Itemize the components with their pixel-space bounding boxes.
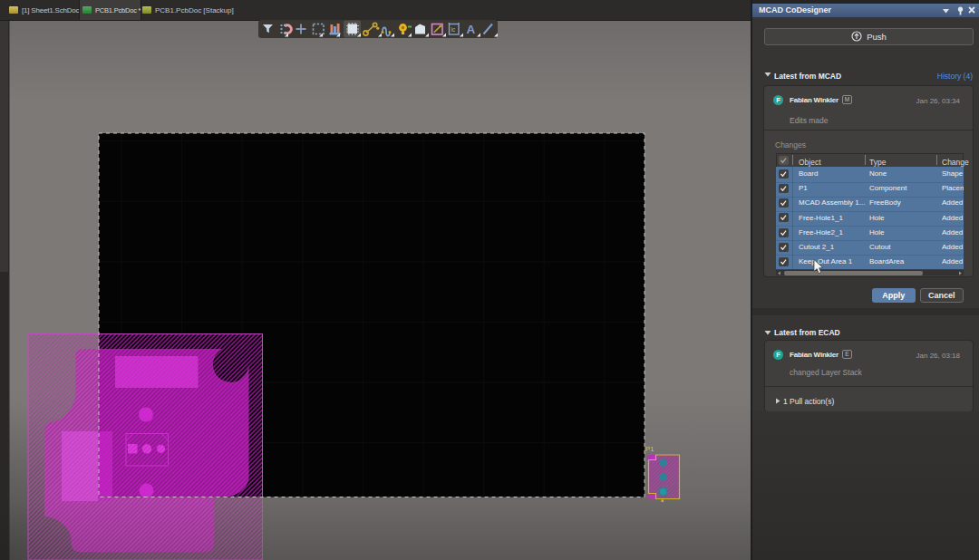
svg-text:A: A	[467, 23, 476, 36]
svg-text:ic: ic	[451, 26, 456, 33]
svg-text:P1: P1	[645, 445, 654, 453]
